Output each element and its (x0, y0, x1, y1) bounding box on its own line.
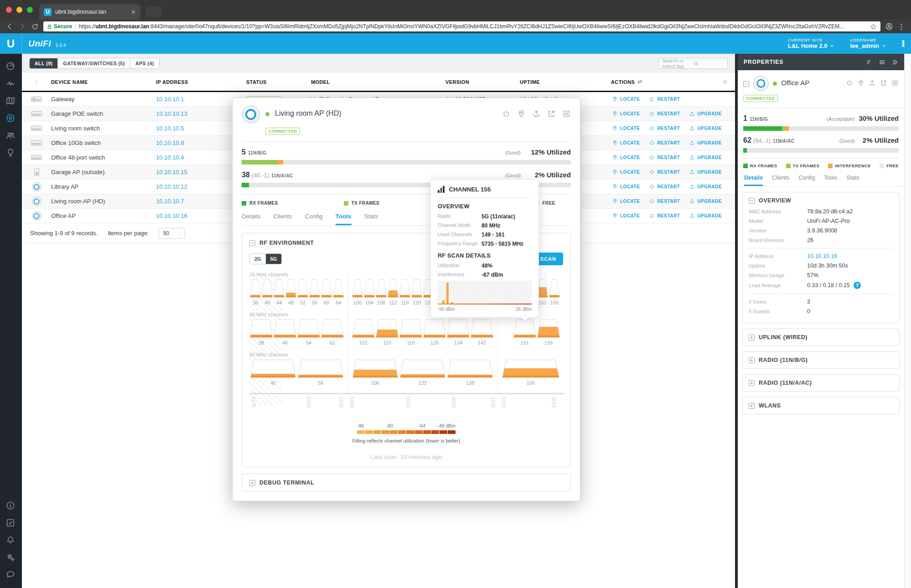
tab-stats[interactable]: Stats (364, 213, 378, 225)
channel-48[interactable]: 48 (285, 279, 296, 305)
upgrade-button[interactable]: UPGRADE (689, 184, 722, 190)
restart-button[interactable]: RESTART (649, 140, 680, 146)
sidebar-item-dashboard[interactable] (5, 61, 16, 72)
address-bar[interactable]: Secure | https://ubnt.bigdinosaur.lan:84… (43, 21, 880, 31)
secure-lock-icon[interactable]: Secure (47, 23, 72, 30)
sidebar-item-settings[interactable] (5, 552, 16, 563)
close-icon[interactable] (562, 109, 571, 118)
channel-110[interactable]: 110 (376, 320, 399, 346)
section-wlans[interactable]: +WLANS (742, 397, 900, 414)
upgrade-button[interactable]: UPGRADE (689, 198, 722, 204)
profile-icon[interactable] (885, 22, 893, 31)
tab-config[interactable]: Config (305, 213, 323, 225)
restart-button[interactable]: RESTART (649, 184, 680, 190)
locate-button[interactable]: LOCATE (612, 169, 640, 175)
tab-tools[interactable]: Tools (336, 213, 352, 225)
expand-icon[interactable]: + (749, 380, 755, 386)
sidebar-item-clients[interactable] (5, 130, 16, 141)
upgrade-icon[interactable] (869, 79, 876, 87)
expand-icon[interactable]: + (749, 357, 755, 363)
window-zoom-button[interactable] (27, 7, 33, 13)
help-icon[interactable]: ? (854, 282, 861, 289)
channel-64[interactable]: 64 (333, 279, 344, 305)
upgrade-button[interactable]: UPGRADE (689, 140, 722, 146)
collapse-icon[interactable]: − (249, 240, 255, 246)
window-close-button[interactable] (6, 7, 12, 13)
restart-button[interactable]: RESTART (649, 96, 680, 102)
upgrade-button[interactable]: UPGRADE (689, 111, 722, 117)
sidebar-item-events[interactable] (5, 518, 16, 529)
col-actions[interactable]: ACTIONS (611, 79, 635, 85)
close-icon[interactable] (891, 79, 899, 87)
upgrade-button[interactable]: UPGRADE (689, 213, 722, 219)
reload-button[interactable] (31, 23, 39, 31)
restart-button[interactable]: RESTART (649, 198, 680, 204)
locate-button[interactable]: LOCATE (612, 213, 640, 219)
sidebar-item-chat[interactable] (5, 570, 16, 581)
channel-56[interactable]: 56 (309, 279, 320, 305)
restart-button[interactable]: RESTART (649, 213, 680, 219)
restart-button[interactable]: RESTART (649, 125, 680, 131)
window-minimize-button[interactable] (16, 7, 22, 13)
sort-icon[interactable] (866, 59, 873, 66)
locate-pin-icon[interactable] (857, 79, 864, 87)
locate-pin-icon[interactable] (517, 109, 526, 118)
col-model[interactable]: MODEL (311, 79, 445, 85)
user-menu[interactable]: USERNAME lee_admin (850, 38, 886, 49)
back-button[interactable] (5, 22, 14, 31)
tab-details[interactable]: Details (744, 175, 763, 186)
sidebar-item-devices[interactable] (5, 113, 16, 124)
restart-button[interactable]: RESTART (649, 155, 680, 160)
column-resize-icon[interactable]: ⇄ (637, 79, 642, 85)
col-ip-address[interactable]: IP ADDRESS (156, 79, 246, 85)
unifi-logo[interactable]: U (0, 33, 22, 54)
collapse-icon[interactable]: − (749, 198, 755, 204)
items-per-page-select[interactable]: 50⌄ (159, 228, 185, 239)
power-icon[interactable] (502, 109, 511, 118)
filter-tab-aps-4-[interactable]: APS (4) (130, 58, 159, 68)
power-icon[interactable] (846, 79, 853, 87)
channel-159[interactable]: 159 (537, 320, 560, 346)
channel-118[interactable]: 118 (399, 320, 422, 346)
menu-icon[interactable] (879, 59, 885, 66)
overview-value[interactable]: 10.10.10.16 (807, 253, 837, 259)
expand-icon[interactable]: + (749, 335, 755, 340)
locate-button[interactable]: LOCATE (612, 96, 640, 102)
upgrade-icon[interactable] (532, 109, 541, 118)
channel-122[interactable]: 122 (400, 360, 445, 386)
window-scrollbar[interactable] (904, 54, 911, 588)
current-site-selector[interactable]: CURRENT SITE L&L Home 2.0 (788, 38, 834, 49)
sidebar-item-statistics[interactable] (5, 78, 16, 89)
tab-config[interactable]: Config (798, 175, 815, 186)
channel-106[interactable]: 106 (352, 360, 398, 386)
channel-104[interactable]: 104 (364, 279, 375, 305)
col-uptime[interactable]: UPTIME (520, 79, 611, 85)
channel-62[interactable]: 62 (321, 320, 344, 346)
channel-100[interactable]: 100 (352, 279, 363, 305)
col-version[interactable]: VERSION (445, 79, 520, 85)
upgrade-button[interactable]: UPGRADE (689, 125, 722, 131)
upgrade-button[interactable]: UPGRADE (689, 155, 722, 160)
collapse-icon[interactable]: − (743, 81, 749, 87)
search-input[interactable]: Search or select tag (658, 58, 728, 69)
locate-button[interactable]: LOCATE (612, 198, 640, 204)
expand-icon[interactable]: + (249, 480, 255, 486)
channel-60[interactable]: 60 (321, 279, 332, 305)
tab-tools[interactable]: Tools (824, 175, 837, 186)
tab-clients[interactable]: Clients (772, 175, 789, 186)
restart-button[interactable]: RESTART (649, 111, 680, 117)
channel-126[interactable]: 126 (423, 320, 446, 346)
locate-button[interactable]: LOCATE (612, 184, 640, 190)
channel-54[interactable]: 54 (297, 320, 320, 346)
filter-tab-gateway-switches-5-[interactable]: GATEWAY/SWITCHES (5) (57, 58, 129, 68)
channel-58[interactable]: 58 (298, 360, 343, 386)
header-overflow-menu-icon[interactable]: ••• (902, 40, 905, 47)
tab-close-icon[interactable]: ✕ (131, 9, 136, 15)
channel-112[interactable]: 112 (388, 279, 399, 305)
channel-52[interactable]: 52 (297, 279, 308, 305)
col-status[interactable]: STATUS (246, 79, 311, 85)
filter-tab-all-9-[interactable]: ALL (9) (30, 58, 57, 68)
section-radio-11n-a-ac-[interactable]: +RADIO (11N/A/AC) (742, 374, 900, 392)
openout-icon[interactable] (880, 79, 887, 87)
sidebar-item-insights[interactable] (5, 148, 16, 159)
